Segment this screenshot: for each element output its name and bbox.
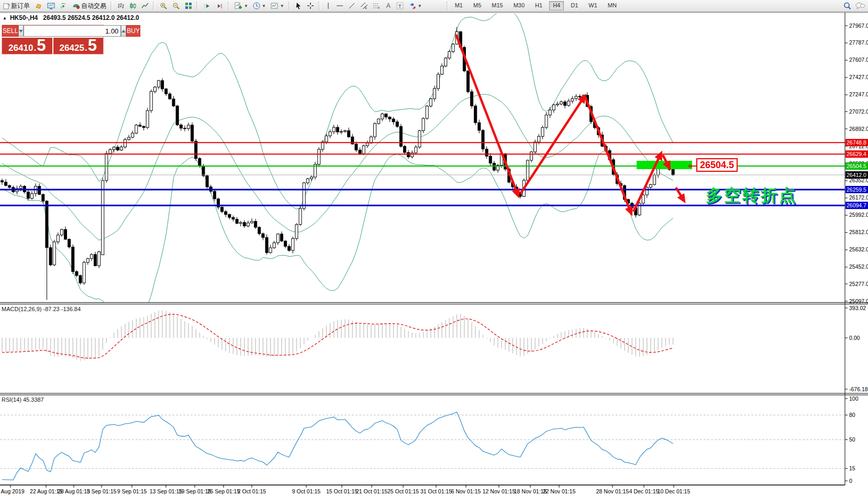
time-tick-label: 25 Oct 01:15 [387,488,419,494]
price-tick-label: 25992.0 [849,212,868,218]
buy-button[interactable]: BUY [126,25,140,37]
time-tick-label: 28 Nov 01:15 [596,488,629,494]
time-tick-label: 6 Nov 01:15 [451,488,481,494]
one-click-trade-panel: SELL BUY 26410.5 26425.5 [2,25,104,54]
price-tick-label: 25277.0 [849,281,868,287]
price-tick-label: 25812.0 [849,229,868,235]
rsi-tick-label: 15 [849,465,855,471]
trading-terminal-window: 新订单 自动交易 [0,0,868,496]
time-tick-label: 10 Dec 01:15 [658,488,691,494]
price-tick-label: 27247.0 [849,91,868,97]
green-highlight-rectangle[interactable] [637,161,692,169]
time-tick-label: 6 Aug 2019 [0,488,25,494]
axis-price-label-text: 26629.4 [847,151,866,157]
price-tick-label: 25632.0 [849,246,868,252]
up-triangle-icon [121,30,126,32]
sell-price-frac: 5 [37,39,46,52]
buy-price-dot: . [85,43,87,53]
axis-price-label-text: 26094.7 [847,202,866,208]
time-tick-label: 12 Nov 01:15 [483,488,516,494]
time-tick-label: 9 Sep 01:15 [117,488,147,494]
time-tick-label: 4 Dec 01:15 [629,488,659,494]
rsi-tick-label: 100 [849,395,859,402]
time-tick-label: 9 Oct 01:15 [292,488,320,494]
time-tick-label: 19 Sep 01:15 [179,488,212,494]
time-tick-label: 15 Oct 01:15 [326,488,358,494]
sell-price-display[interactable]: 26410.5 [2,38,53,54]
time-tick-label: 31 Oct 01:15 [420,488,452,494]
rsi-tick-label: 0 [849,478,852,484]
buy-price-int: 26425 [60,43,84,53]
time-tick-label: 2 Oct 01:15 [238,488,266,494]
sell-price-int: 26410 [8,43,33,53]
volume-increase-button[interactable] [121,25,126,37]
rsi-tick-label: 50 [849,436,855,443]
axis-price-label-text: 26412.0 [847,172,866,178]
axis-price-label-text: 26748.8 [847,139,866,146]
chart-canvas[interactable]: 27967.027787.027607.027427.027247.027072… [0,0,868,496]
price-tick-label: 27607.0 [849,57,868,63]
time-tick-label: 18 Nov 01:15 [514,488,547,494]
price-tick-label: 26892.0 [849,126,868,132]
volume-input[interactable] [24,25,121,37]
sell-button[interactable]: SELL [2,25,18,37]
macd-tick-label: 0.00 [849,335,860,341]
down-triangle-icon [19,30,23,32]
price-tick-label: 25452.0 [849,263,868,270]
time-tick-label: 3 Sep 01:15 [87,488,117,494]
price-tick-label: 27072.0 [849,108,868,115]
price-callout-label[interactable]: 26504.5 [696,158,738,172]
buy-price-frac: 5 [88,39,97,52]
price-tick-label: 27427.0 [849,74,868,80]
time-tick-label: 13 Sep 01:15 [150,488,183,494]
macd-tick-label: -676.18 [849,386,868,392]
macd-tick-label: 393.02 [849,305,866,311]
time-tick-label: 25 Sep 01:15 [207,488,240,494]
price-tick-label: 27967.0 [849,23,868,29]
price-tick-label: 27787.0 [849,39,868,46]
sell-price-dot: . [34,43,36,53]
rsi-tick-label: 80 [849,412,855,418]
price-tick-label: 26172.0 [849,194,868,201]
buy-price-display[interactable]: 26425.5 [53,38,104,54]
time-tick-label: 22 Nov 01:15 [543,488,576,494]
time-tick-label: 21 Oct 01:15 [356,488,387,494]
axis-price-label-text: 26259.5 [847,186,866,193]
chart-note-text[interactable]: 多空转折点 [706,184,797,207]
price-tick-label: 25097.0 [849,298,868,304]
time-tick-label: 28 Aug 01:15 [58,488,90,494]
axis-price-label-text: 26504.5 [847,163,866,169]
volume-decrease-button[interactable] [18,25,24,37]
